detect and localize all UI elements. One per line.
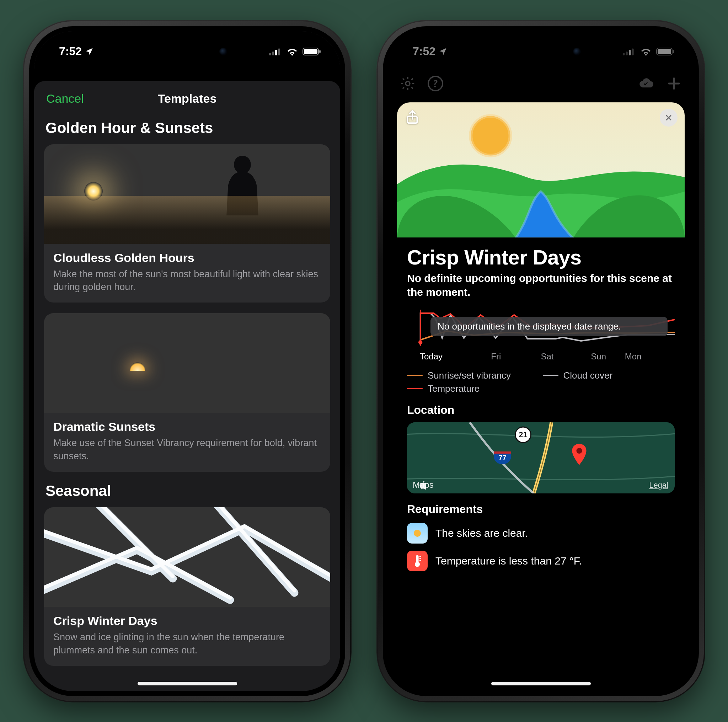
svg-rect-1: [272, 52, 274, 55]
requirements-header: Requirements: [407, 503, 674, 516]
requirement-text: The skies are clear.: [436, 527, 528, 539]
status-time: 7:52: [413, 45, 436, 58]
template-image-crisp-winter: [44, 507, 330, 607]
template-title: Crisp Winter Days: [54, 614, 321, 628]
template-image-golden-hours: [44, 144, 330, 244]
close-icon[interactable]: [660, 109, 678, 127]
scene-subtitle: No definite upcoming opportunities for t…: [407, 271, 674, 299]
template-desc: Make use of the Sunset Vibrancy requirem…: [54, 436, 321, 462]
svg-rect-21: [407, 422, 674, 493]
thermometer-icon: [407, 551, 428, 571]
template-desc: Make the most of the sun's most beautifu…: [54, 268, 321, 294]
wifi-icon: [286, 47, 298, 56]
svg-rect-9: [629, 50, 631, 55]
nav-title: Templates: [158, 92, 217, 106]
home-indicator[interactable]: [491, 682, 591, 685]
battery-icon: [656, 47, 674, 56]
cloud-check-icon[interactable]: [638, 76, 654, 91]
svg-rect-10: [632, 48, 633, 55]
scene-title: Crisp Winter Days: [407, 245, 674, 269]
location-map[interactable]: 21 77: [407, 422, 674, 493]
requirement-row: Temperature is less than 27 °F.: [407, 551, 674, 571]
template-image-dramatic-sunsets: [44, 313, 330, 413]
templates-sheet: Cancel Templates Golden Hour & Sunsets: [34, 81, 340, 691]
clear-skies-icon: [407, 523, 428, 543]
plus-icon[interactable]: [666, 76, 682, 91]
svg-point-29: [415, 562, 420, 567]
svg-rect-6: [319, 50, 321, 53]
cell-signal-icon: [269, 47, 282, 56]
template-card[interactable]: Crisp Winter Days Snow and ice glinting …: [44, 507, 330, 666]
chart-toast: No opportunities in the displayed date r…: [430, 317, 668, 336]
svg-point-27: [414, 530, 421, 537]
dynamic-island: [495, 40, 587, 63]
app-toolbar-behind: [388, 70, 694, 97]
dynamic-island: [141, 40, 234, 63]
svg-rect-2: [275, 50, 277, 55]
svg-point-26: [577, 448, 582, 454]
apple-icon: [413, 480, 434, 490]
home-indicator[interactable]: [138, 682, 237, 685]
chart-legend: Sunrise/set vibrancy Cloud cover Tempera…: [407, 370, 674, 394]
section-header-golden: Golden Hour & Sunsets: [46, 119, 329, 136]
chart-days: Today Fri Sat Sun Mon: [407, 352, 674, 361]
phone-right: 7:52: [376, 20, 705, 702]
opportunity-chart[interactable]: No opportunities in the displayed date r…: [407, 306, 674, 363]
requirement-text: Temperature is less than 27 °F.: [436, 555, 582, 567]
svg-rect-5: [304, 49, 317, 54]
svg-point-14: [405, 81, 410, 86]
location-icon: [438, 47, 448, 56]
svg-rect-28: [416, 555, 418, 562]
requirement-row: The skies are clear.: [407, 523, 674, 543]
help-icon[interactable]: [428, 76, 443, 91]
wifi-icon: [640, 47, 652, 56]
battery-icon: [303, 47, 321, 56]
gear-icon[interactable]: [400, 76, 416, 91]
maps-brand: Maps: [413, 480, 434, 490]
svg-rect-7: [623, 53, 624, 55]
nav-bar: Cancel Templates: [34, 81, 340, 116]
phone-left: 7:52 Cancel Templates: [23, 20, 352, 702]
svg-rect-3: [278, 48, 280, 55]
scene-detail-card: Crisp Winter Days No definite upcoming o…: [397, 102, 685, 691]
share-icon[interactable]: [404, 109, 421, 125]
svg-rect-8: [626, 52, 627, 55]
cancel-button[interactable]: Cancel: [46, 92, 84, 106]
cell-signal-icon: [623, 47, 636, 56]
maps-legal-link[interactable]: Legal: [649, 480, 668, 490]
location-icon: [85, 47, 94, 56]
section-header-seasonal: Seasonal: [46, 482, 329, 499]
location-header: Location: [407, 404, 674, 417]
svg-rect-0: [269, 53, 271, 55]
scene-hero: [397, 102, 685, 237]
template-desc: Snow and ice glinting in the sun when th…: [54, 631, 321, 656]
template-title: Dramatic Sunsets: [54, 420, 321, 434]
template-card[interactable]: Cloudless Golden Hours Make the most of …: [44, 144, 330, 303]
svg-rect-13: [673, 50, 674, 53]
svg-text:77: 77: [499, 454, 506, 462]
template-card[interactable]: Dramatic Sunsets Make use of the Sunset …: [44, 313, 330, 472]
svg-rect-12: [658, 49, 671, 54]
status-time: 7:52: [59, 45, 82, 58]
template-title: Cloudless Golden Hours: [54, 251, 321, 265]
svg-text:21: 21: [518, 430, 527, 439]
